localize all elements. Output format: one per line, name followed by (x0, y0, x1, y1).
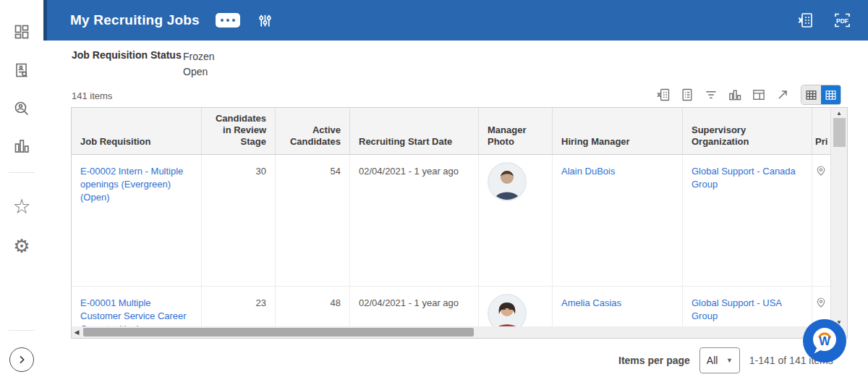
column-header-supervisory-organization[interactable]: Supervisory Organization (683, 108, 812, 154)
excel-export-icon[interactable] (655, 86, 672, 103)
cell-recruiting-start-date: 02/04/2021 - 1 year ago (350, 155, 479, 286)
scroll-left-icon[interactable]: ◀ (72, 329, 82, 336)
items-per-page-select[interactable]: All ▼ (699, 347, 740, 373)
manager-avatar[interactable] (488, 162, 527, 201)
sidebar-divider (9, 172, 35, 173)
filter-value: Frozen (183, 49, 215, 64)
candidate-search-icon[interactable] (13, 100, 30, 117)
grid-view-compact-icon[interactable] (801, 85, 821, 104)
table-header-row: Job Requisition Candidates in Review Sta… (72, 108, 831, 155)
expand-sidebar-button[interactable] (9, 347, 34, 372)
freeze-columns-icon[interactable] (750, 86, 767, 103)
favorites-star-icon[interactable]: ☆ (12, 198, 30, 216)
assistant-w-letter: W (819, 334, 830, 347)
location-pin-icon (815, 165, 827, 177)
grid-view-toggle (801, 85, 841, 105)
cell-primary-location (812, 155, 831, 286)
pdf-label: PDF (836, 17, 848, 25)
column-header-hiring-manager[interactable]: Hiring Manager (553, 108, 683, 154)
vertical-scrollbar-thumb[interactable] (833, 118, 846, 147)
cell-manager-photo (479, 287, 553, 327)
table-grid: Job Requisition Candidates in Review Sta… (72, 108, 831, 328)
vertical-scrollbar[interactable]: ▲ ▼ (830, 108, 847, 328)
table-row: E-00002 Intern - Multiple openings (Ever… (72, 155, 831, 287)
job-requisition-link[interactable]: E-00001 Multiple Customer Service Career… (80, 297, 187, 327)
workday-assistant-button[interactable]: W (802, 318, 847, 363)
export-excel-icon[interactable] (796, 11, 815, 30)
header-accent-strip (43, 0, 47, 41)
dashboard-icon[interactable] (13, 23, 30, 41)
printable-view-icon[interactable] (678, 86, 696, 103)
settings-gear-icon[interactable]: ⚙ (13, 237, 30, 255)
job-requisition-search-icon[interactable] (13, 62, 30, 79)
hiring-manager-link[interactable]: Alain DuBois (561, 166, 615, 177)
workday-recruiting-page: ☆ ⚙ My Recruiting Jobs (0, 0, 868, 385)
hiring-manager-link[interactable]: Amelia Casias (561, 297, 621, 308)
cell-hiring-manager: Alain DuBois (553, 155, 683, 286)
recruiting-jobs-table: Job Requisition Candidates in Review Sta… (71, 107, 848, 339)
expand-table-icon[interactable] (774, 86, 791, 103)
cell-supervisory-organization: Global Support - USA Group (683, 287, 812, 327)
cell-job-requisition: E-00001 Multiple Customer Service Career… (72, 287, 202, 327)
chevron-right-icon (16, 354, 27, 365)
page-header: My Recruiting Jobs PDF (43, 0, 868, 41)
cell-hiring-manager: Amelia Casias (553, 287, 683, 327)
filter-value: Open (183, 64, 215, 80)
location-pin-icon (815, 297, 827, 308)
cell-recruiting-start-date: 02/04/2021 - 1 year ago (350, 287, 479, 327)
pagination-bar: Items per page All ▼ 1-141 of 141 items (618, 346, 833, 375)
scroll-up-icon[interactable]: ▲ (831, 110, 847, 117)
column-header-recruiting-start-date[interactable]: Recruiting Start Date (350, 108, 479, 154)
export-pdf-icon[interactable]: PDF (833, 11, 852, 30)
page-title: My Recruiting Jobs (70, 12, 200, 28)
filter-label: Job Requisition Status (72, 49, 183, 80)
chevron-down-icon: ▼ (726, 357, 733, 364)
filter-summary: Job Requisition Status Frozen Open (72, 49, 215, 80)
sidebar-divider (9, 330, 35, 331)
filter-icon[interactable] (702, 86, 720, 103)
column-header-manager-photo[interactable]: Manager Photo (479, 108, 553, 154)
column-header-candidates-in-review[interactable]: Candidates in Review Stage (202, 108, 276, 154)
filter-values: Frozen Open (183, 49, 215, 80)
configure-sliders-icon[interactable] (258, 13, 273, 28)
cell-job-requisition: E-00002 Intern - Multiple openings (Ever… (72, 155, 202, 286)
related-actions-ellipsis-icon[interactable] (216, 13, 240, 28)
supervisory-organization-link[interactable]: Global Support - USA Group (692, 297, 781, 321)
horizontal-scrollbar[interactable]: ◀ (72, 326, 847, 338)
items-per-page-value: All (707, 355, 718, 366)
cell-candidates-in-review: 30 (202, 155, 276, 286)
table-row: E-00001 Multiple Customer Service Career… (72, 287, 831, 328)
cell-manager-photo (479, 155, 553, 286)
cell-supervisory-organization: Global Support - Canada Group (683, 155, 812, 286)
items-count: 141 items (72, 90, 112, 101)
job-requisition-link[interactable]: E-00002 Intern - Multiple openings (Ever… (80, 166, 183, 203)
cell-active-candidates: 48 (276, 287, 350, 327)
reports-icon[interactable] (13, 138, 30, 155)
left-sidebar: ☆ ⚙ (0, 0, 43, 385)
column-header-job-requisition[interactable]: Job Requisition (72, 108, 202, 154)
cell-candidates-in-review: 23 (202, 287, 276, 327)
grid-view-expanded-icon[interactable] (821, 85, 841, 104)
manager-avatar[interactable] (488, 294, 527, 327)
chart-icon[interactable] (726, 86, 744, 103)
items-per-page-label: Items per page (618, 355, 690, 366)
column-header-primary-location[interactable]: Pri (812, 108, 831, 154)
cell-active-candidates: 54 (276, 155, 350, 286)
grid-toolbar (655, 85, 841, 105)
column-header-active-candidates[interactable]: Active Candidates (276, 108, 350, 154)
supervisory-organization-link[interactable]: Global Support - Canada Group (692, 166, 796, 190)
horizontal-scrollbar-thumb[interactable] (83, 328, 474, 337)
